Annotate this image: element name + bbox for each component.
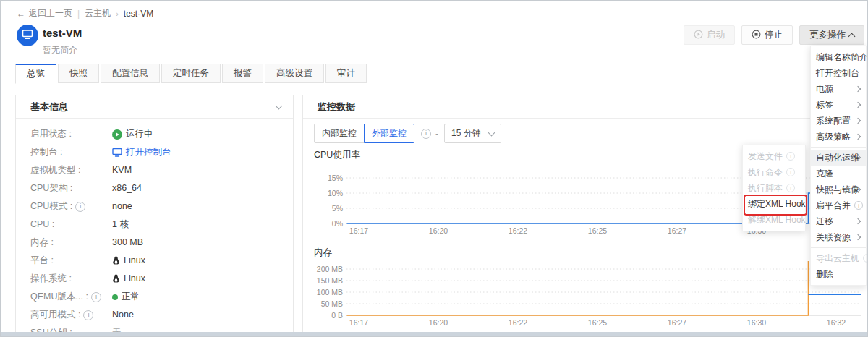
- field-row: 平台 :Linux: [16, 252, 293, 270]
- info-icon[interactable]: [421, 129, 431, 139]
- menu-item-label: 电源: [816, 81, 833, 97]
- menu-item-label: 克隆: [816, 166, 833, 182]
- stop-button[interactable]: 停止: [741, 25, 793, 45]
- svg-text:0 B: 0 B: [331, 311, 343, 320]
- field-row: 操作系统 :Linux: [16, 270, 293, 288]
- menu-item-label: 系统配置: [816, 113, 851, 129]
- monitor-controls: 内部监控外部监控 - 15 分钟: [314, 124, 501, 143]
- breadcrumb-divider: |: [77, 9, 80, 19]
- more-menu-item-5[interactable]: 高级策略: [811, 129, 866, 145]
- svg-text:15%: 15%: [328, 174, 343, 182]
- tab-6[interactable]: 审计: [326, 64, 367, 83]
- field-row: CPU架构 :x86_64: [16, 179, 293, 197]
- automation-submenu-item-0[interactable]: 发送文件: [743, 148, 805, 164]
- chevron-right-icon: [855, 118, 861, 124]
- controls-separator: -: [435, 129, 438, 139]
- menu-item-label: 打开控制台: [816, 65, 859, 81]
- toggle-1[interactable]: 外部监控: [364, 124, 414, 143]
- tab-4[interactable]: 报警: [222, 64, 263, 83]
- field-row: 高可用模式 :None: [16, 306, 293, 324]
- info-icon[interactable]: [75, 202, 85, 212]
- interval-dropdown[interactable]: 15 分钟: [444, 124, 501, 143]
- start-button-label: 启动: [707, 29, 725, 41]
- field-value: none: [112, 197, 132, 216]
- more-menu-item-8[interactable]: 克隆: [811, 166, 866, 182]
- more-menu-item-2[interactable]: 电源: [811, 81, 866, 97]
- field-row: QEMU版本... :正常: [16, 288, 293, 306]
- svg-text:150 MB: 150 MB: [317, 276, 343, 285]
- more-menu-item-12[interactable]: 关联资源: [811, 229, 866, 245]
- menu-item-label: 执行脚本: [748, 180, 783, 196]
- menu-item-label: 标签: [816, 97, 833, 113]
- breadcrumb-section[interactable]: 云主机: [85, 7, 111, 20]
- automation-submenu-item-3[interactable]: 绑定XML Hook: [743, 196, 805, 212]
- field-label: CPU :: [30, 216, 54, 234]
- info-icon[interactable]: [91, 292, 101, 302]
- info-icon[interactable]: [83, 310, 93, 320]
- automation-submenu-item-2[interactable]: 执行脚本: [743, 180, 805, 196]
- linux-icon: [112, 274, 120, 283]
- field-value: 正常: [122, 288, 140, 306]
- horizontal-scrollbar[interactable]: [1, 332, 867, 336]
- tab-5[interactable]: 高级设置: [265, 64, 324, 83]
- more-menu-item-9[interactable]: 快照与镜像: [811, 182, 866, 197]
- tab-0[interactable]: 总览: [15, 64, 56, 84]
- more-menu-item-14[interactable]: 导出云主机: [811, 250, 866, 266]
- svg-text:200 MB: 200 MB: [317, 265, 343, 273]
- automation-submenu-item-4[interactable]: 解绑XML Hook: [743, 212, 805, 228]
- more-menu-item-0[interactable]: 编辑名称简介: [811, 49, 866, 65]
- info-icon: [786, 152, 795, 161]
- svg-text:16:27: 16:27: [668, 318, 686, 327]
- automation-submenu: 发送文件执行命令执行脚本绑定XML Hook解绑XML Hook: [742, 145, 806, 231]
- tab-1[interactable]: 快照: [58, 64, 99, 83]
- more-menu-item-4[interactable]: 系统配置: [811, 113, 866, 129]
- toggle-0[interactable]: 内部监控: [314, 124, 365, 143]
- svg-text:50 MB: 50 MB: [321, 299, 343, 308]
- back-label: 返回上一页: [29, 7, 72, 20]
- chevron-up-icon: [848, 33, 856, 40]
- interval-value: 15 分钟: [451, 127, 481, 140]
- automation-submenu-item-1[interactable]: 执行命令: [743, 164, 805, 180]
- menu-item-label: 执行命令: [748, 164, 783, 180]
- field-row: 启用状态 :运行中: [16, 125, 293, 143]
- menu-item-label: 发送文件: [748, 148, 783, 164]
- svg-text:16:32: 16:32: [827, 318, 846, 327]
- field-label: 控制台 :: [30, 143, 62, 161]
- monitor-source-toggle: 内部监控外部监控: [314, 124, 414, 143]
- menu-item-label: 迁移: [816, 213, 833, 229]
- collapse-chevron-down-icon[interactable]: [276, 102, 283, 109]
- page-title: test-VM: [43, 27, 82, 39]
- tab-2[interactable]: 配置信息: [101, 64, 160, 83]
- chevron-right-icon: [855, 218, 861, 224]
- more-menu-item-1[interactable]: 打开控制台: [811, 65, 866, 81]
- monitor-icon: [22, 29, 33, 43]
- tab-3[interactable]: 定时任务: [161, 64, 221, 83]
- info-icon: [786, 184, 795, 192]
- chart-title: CPU使用率: [314, 149, 360, 161]
- info-icon: [854, 201, 863, 210]
- info-icon: [786, 168, 795, 176]
- back-link[interactable]: ← 返回上一页: [17, 7, 72, 20]
- vm-avatar: [17, 25, 38, 46]
- green-dot-icon: [112, 294, 118, 300]
- field-label: CPU模式 :: [30, 197, 72, 216]
- svg-text:0%: 0%: [332, 219, 343, 228]
- back-arrow-icon: ←: [17, 9, 25, 19]
- field-row: 控制台 :打开控制台: [16, 143, 293, 161]
- breadcrumb: ← 返回上一页 | 云主机 › test-VM: [17, 7, 153, 20]
- more-menu-item-3[interactable]: 标签: [811, 97, 866, 113]
- field-value[interactable]: 打开控制台: [126, 143, 171, 161]
- svg-text:16:25: 16:25: [588, 318, 607, 327]
- chart-1: 200 MB150 MB100 MB50 MB0 B16:1716:2016:2…: [314, 261, 861, 333]
- more-menu-item-11[interactable]: 迁移: [811, 213, 866, 229]
- menu-item-label: 自动化运维: [816, 150, 859, 166]
- start-button[interactable]: 启动: [684, 25, 735, 45]
- more-menu-item-10[interactable]: 扁平合并: [811, 197, 866, 213]
- more-actions-button[interactable]: 更多操作: [799, 25, 864, 45]
- info-icon: [863, 254, 868, 263]
- basic-info-title: 基本信息: [30, 101, 68, 114]
- field-value: 300 MB: [112, 234, 143, 252]
- more-menu-item-7[interactable]: 自动化运维: [811, 150, 866, 166]
- monitor-header: 监控数据: [303, 95, 861, 119]
- more-menu-item-15[interactable]: 删除: [811, 266, 866, 282]
